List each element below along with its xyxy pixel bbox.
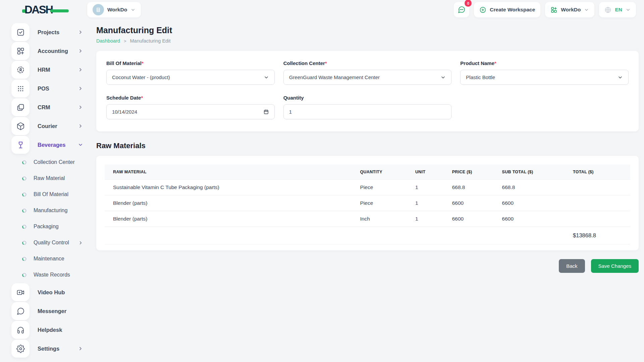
sidebar-item-label: Accounting xyxy=(38,48,78,54)
chevron-right-icon xyxy=(78,67,83,72)
progress-ring-icon xyxy=(22,240,27,245)
language-menu[interactable]: EN xyxy=(599,2,636,17)
cell-unit: 1 xyxy=(407,211,444,227)
form-actions: Back Save Changes xyxy=(96,259,639,273)
shell: Projects Accounting HRM xyxy=(0,19,644,362)
cell-raw-material: Blender (parts) xyxy=(105,211,352,227)
progress-ring-icon xyxy=(22,224,27,229)
sidebar-item-settings[interactable]: Settings xyxy=(11,339,87,358)
sidebar-item-label: Settings xyxy=(38,346,78,352)
sidebar-subitem-waste-records[interactable]: Waste Records xyxy=(11,267,87,283)
sidebar-item-label: Projects xyxy=(38,29,78,36)
required-mark: * xyxy=(325,60,327,66)
gear-icon xyxy=(11,340,30,358)
chevron-down-icon xyxy=(130,7,136,12)
save-changes-button[interactable]: Save Changes xyxy=(591,259,639,273)
sidebar-item-label: Beverages xyxy=(38,142,78,148)
schedule-date-value: 10/14/2024 xyxy=(112,109,263,115)
required-mark: * xyxy=(494,60,496,66)
sidebar-item-hrm[interactable]: HRM xyxy=(11,60,87,79)
workspace-label: WorkDo xyxy=(107,7,127,13)
wine-glass-icon xyxy=(11,136,30,154)
sidebar-subitem-quality-control[interactable]: Quality Control xyxy=(11,235,87,251)
sidebar-subitem-label: Manufacturing xyxy=(34,207,87,214)
messages-button[interactable]: 0 xyxy=(454,2,469,17)
cell-quantity: Inch xyxy=(352,211,407,227)
building-icon xyxy=(95,6,102,13)
cell-quantity: Piece xyxy=(352,180,407,195)
workspace-avatar xyxy=(93,4,104,15)
col-header-price: PRICE ($) xyxy=(444,165,494,180)
table-row: Blender (parts) Inch 1 6600 6600 xyxy=(105,211,630,227)
create-workspace-button[interactable]: Create Workspace xyxy=(474,2,540,17)
progress-ring-icon xyxy=(22,256,27,261)
package-icon xyxy=(11,117,30,135)
person-scan-icon xyxy=(11,61,30,79)
table-row: Sustainable Vitamin C Tube Packaging (pa… xyxy=(105,180,630,195)
table-total-row: $13868.8 xyxy=(105,227,630,244)
back-button[interactable]: Back xyxy=(559,259,585,273)
check-square-icon xyxy=(11,23,30,41)
sidebar-item-video-hub[interactable]: Video Hub xyxy=(11,283,87,302)
cell-raw-material: Sustainable Vitamin C Tube Packaging (pa… xyxy=(105,180,352,195)
company-menu-label: WorkDo xyxy=(561,7,581,13)
sidebar-item-label: Messenger xyxy=(38,308,87,314)
sidebar-subitem-collection-center[interactable]: Collection Center xyxy=(11,154,87,170)
grid-plus-icon xyxy=(550,6,557,13)
product-name-value: Plastic Bottle xyxy=(466,74,618,80)
sidebar-subitem-maintenance[interactable]: Maintenance xyxy=(11,251,87,267)
required-mark: * xyxy=(142,60,144,66)
progress-ring-icon xyxy=(22,176,27,181)
chevron-right-icon xyxy=(78,86,83,91)
sidebar-subitem-bill-of-material[interactable]: Bill Of Material xyxy=(11,186,87,202)
create-workspace-label: Create Workspace xyxy=(490,7,535,13)
calendar-icon xyxy=(263,109,269,115)
sidebar-item-messenger[interactable]: Messenger xyxy=(11,302,87,320)
dash-logo[interactable]: DASH xyxy=(22,3,69,16)
chevron-right-icon xyxy=(78,240,83,245)
sidebar-subitem-packaging[interactable]: Packaging xyxy=(11,219,87,235)
cell-quantity: Piece xyxy=(352,195,407,211)
overlap-squares-icon xyxy=(11,98,30,116)
app-root: DASH WorkDo 0 Create Worksp xyxy=(0,0,644,362)
collection-center-value: GreenGuard Waste Management Center xyxy=(289,74,441,80)
logo-text: DASH xyxy=(24,3,53,16)
breadcrumb: Dashboard > Manufacturing Edit xyxy=(96,38,639,44)
chevron-right-icon xyxy=(78,123,83,129)
sidebar-item-label: CRM xyxy=(38,104,78,111)
sidebar-subitem-raw-material[interactable]: Raw Material xyxy=(11,170,87,186)
language-label: EN xyxy=(615,7,622,13)
sidebar-subitem-label: Bill Of Material xyxy=(34,191,87,197)
sidebar-item-beverages[interactable]: Beverages xyxy=(11,135,87,154)
sidebar-item-label: HRM xyxy=(38,67,78,73)
sidebar-item-accounting[interactable]: Accounting xyxy=(11,42,87,60)
bill-of-material-select[interactable]: Coconut Water - (product) xyxy=(106,70,275,85)
cell-unit: 1 xyxy=(407,195,444,211)
chevron-right-icon xyxy=(78,48,83,54)
raw-materials-table: RAW MATERIAL QUANTITY UNIT PRICE ($) SUB… xyxy=(105,165,630,244)
cell-price: 6600 xyxy=(444,195,494,211)
product-name-select[interactable]: Plastic Bottle xyxy=(460,70,629,85)
collection-center-select[interactable]: GreenGuard Waste Management Center xyxy=(283,70,452,85)
col-header-quantity: QUANTITY xyxy=(352,165,407,180)
grand-total-value: $13868.8 xyxy=(565,227,630,244)
sidebar-item-courier[interactable]: Courier xyxy=(11,117,87,135)
breadcrumb-dashboard-link[interactable]: Dashboard xyxy=(96,38,120,44)
sidebar-item-helpdesk[interactable]: Helpdesk xyxy=(11,320,87,339)
cell-price: 668.8 xyxy=(444,180,494,195)
col-header-raw-material: RAW MATERIAL xyxy=(105,165,352,180)
sidebar-item-projects[interactable]: Projects xyxy=(11,23,87,42)
page-title: Manufacturing Edit xyxy=(96,25,639,35)
sidebar-subitem-manufacturing[interactable]: Manufacturing xyxy=(11,202,87,219)
sidebar-item-crm[interactable]: CRM xyxy=(11,98,87,117)
col-header-sub-total: SUB TOTAL ($) xyxy=(494,165,565,180)
chevron-down-icon xyxy=(264,75,269,80)
chevron-right-icon xyxy=(78,29,83,35)
company-menu[interactable]: WorkDo xyxy=(545,2,594,17)
sidebar-item-pos[interactable]: POS xyxy=(11,79,87,98)
table-header-row: RAW MATERIAL QUANTITY UNIT PRICE ($) SUB… xyxy=(105,165,630,180)
progress-ring-icon xyxy=(22,160,27,165)
workspace-switcher[interactable]: WorkDo xyxy=(87,2,141,17)
schedule-date-input[interactable]: 10/14/2024 xyxy=(106,104,275,119)
quantity-input[interactable] xyxy=(283,104,452,119)
